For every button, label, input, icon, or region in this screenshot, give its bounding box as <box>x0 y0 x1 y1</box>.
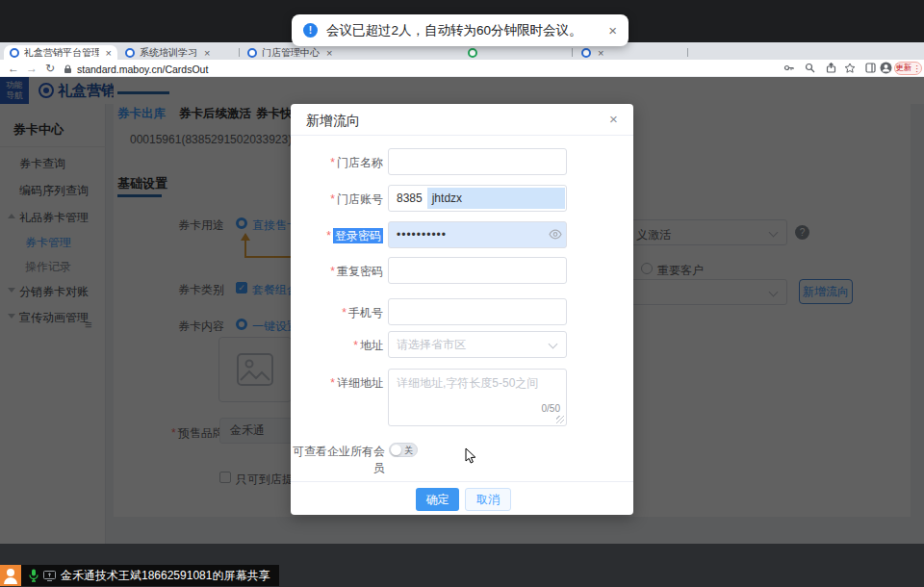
screen: 礼盒营销平台管理中心 × 系统培训学习 × 门店管理中心 × × + − × ← <box>0 0 924 587</box>
store-account-input[interactable]: 8385 jhtdzx <box>388 185 567 212</box>
tab-label: 礼盒营销平台管理中心 <box>24 46 99 60</box>
info-icon: ! <box>303 23 318 38</box>
cancel-button[interactable]: 取消 <box>465 488 511 511</box>
member-toggle-label: 可查看企业所有会员 <box>291 444 385 476</box>
char-counter: 0/50 <box>542 403 560 414</box>
site-favicon <box>247 48 257 58</box>
tab-close-icon[interactable]: × <box>204 47 210 59</box>
page-viewport: 功能 导航 礼盒营销 – 标准版 仓分享中心 更快捷的券卡、订单和快递查询入口 … <box>0 77 924 544</box>
toggle-off-label: 关 <box>404 445 413 457</box>
url-text[interactable]: standard.maboy.cn/CardsOut <box>77 64 208 75</box>
tab-close-icon[interactable]: × <box>598 47 603 59</box>
microphone-icon <box>29 569 38 582</box>
repeat-password-label: *重复密码 <box>291 264 383 280</box>
browser-tab-5[interactable]: × <box>576 45 664 60</box>
address-select[interactable]: 请选择省市区 <box>388 331 567 358</box>
meeting-toast: ! 会议已超过2人，自动转为60分钟限时会议。 × <box>292 14 629 46</box>
modal-close-icon[interactable]: × <box>609 111 618 127</box>
back-button[interactable]: ← <box>8 62 19 75</box>
share-bar-text: 金禾通技术王斌18662591081的屏幕共享 <box>61 568 270 584</box>
address-label: *地址 <box>291 338 383 354</box>
share-icon[interactable] <box>826 63 836 73</box>
tab-separator <box>239 48 240 57</box>
required-asterisk: * <box>326 229 331 242</box>
zoom-icon[interactable] <box>805 63 815 73</box>
kebab-menu-icon: ⋮ <box>912 64 921 73</box>
account-prefix: 8385 <box>389 191 423 205</box>
key-icon[interactable] <box>783 63 794 73</box>
side-panel-icon[interactable] <box>865 63 876 73</box>
account-value-selected: jhtdzx <box>427 188 565 209</box>
browser-tab-1[interactable]: 礼盒营销平台管理中心 × <box>4 45 117 60</box>
required-asterisk: * <box>330 192 335 206</box>
lock-icon <box>64 64 72 74</box>
toggle-knob <box>391 445 401 455</box>
toast-close-icon[interactable]: × <box>608 22 617 38</box>
tab-close-icon[interactable]: × <box>106 47 112 59</box>
site-favicon <box>581 48 591 58</box>
tab-label: 系统培训学习 <box>140 46 197 60</box>
browser-toolbar: ← → ↻ standard.maboy.cn/CardsOut 更新 ⋮ <box>0 60 924 77</box>
site-favicon <box>468 48 477 58</box>
person-icon[interactable] <box>0 565 21 586</box>
password-input[interactable]: •••••••••• <box>388 221 567 248</box>
required-asterisk: * <box>342 306 346 319</box>
chevron-down-icon <box>549 340 558 349</box>
detail-address-label: *详细地址 <box>291 375 383 392</box>
browser-tab-2[interactable]: 系统培训学习 × <box>119 45 237 60</box>
required-asterisk: * <box>330 265 335 278</box>
phone-input[interactable] <box>388 298 567 325</box>
mouse-cursor <box>465 447 477 465</box>
add-flow-modal: 新增流向 × *门店名称 *门店账号 8385 jhtdzx *登录密码 •••… <box>291 104 633 515</box>
modal-title: 新增流向 <box>306 113 360 130</box>
update-label: 更新 <box>895 63 911 74</box>
reload-button[interactable]: ↻ <box>45 62 55 75</box>
profile-avatar-icon[interactable] <box>880 62 892 74</box>
divider <box>291 135 633 136</box>
confirm-button[interactable]: 确定 <box>416 488 459 511</box>
site-favicon <box>10 48 19 58</box>
tab-separator <box>687 48 688 57</box>
toast-message: 会议已超过2人，自动转为60分钟限时会议。 <box>326 22 600 39</box>
screen-share-icon <box>43 571 56 581</box>
address-placeholder: 请选择省市区 <box>397 338 466 351</box>
browser-tab-3[interactable]: 门店管理中心 × <box>242 45 359 60</box>
bookmark-star-icon[interactable] <box>844 63 856 74</box>
screen-share-bar: 金禾通技术王斌18662591081的屏幕共享 <box>0 565 279 586</box>
browser-tab-4[interactable] <box>462 45 568 60</box>
detail-address-placeholder: 详细地址,字符长度5-50之间 <box>389 370 566 397</box>
tab-separator <box>572 48 573 57</box>
chrome-update-button[interactable]: 更新 ⋮ <box>894 62 922 75</box>
eye-icon[interactable] <box>549 229 562 240</box>
required-asterisk: * <box>330 376 335 390</box>
tab-close-icon[interactable]: × <box>326 47 332 59</box>
forward-button[interactable]: → <box>26 62 38 75</box>
store-name-input[interactable] <box>388 148 567 175</box>
resize-handle-icon[interactable] <box>556 416 564 423</box>
detail-address-textarea[interactable]: 详细地址,字符长度5-50之间 0/50 <box>388 369 567 426</box>
member-toggle-switch[interactable]: 关 <box>389 443 418 457</box>
divider <box>291 481 633 482</box>
site-favicon <box>125 48 135 58</box>
password-label: *登录密码 <box>291 228 383 244</box>
store-name-label: *门店名称 <box>291 155 383 171</box>
tab-label: 门店管理中心 <box>262 46 320 60</box>
required-asterisk: * <box>330 156 335 169</box>
required-asterisk: * <box>353 339 358 352</box>
store-account-label: *门店账号 <box>291 191 383 208</box>
phone-label: *手机号 <box>291 305 383 321</box>
repeat-password-input[interactable] <box>388 257 567 284</box>
